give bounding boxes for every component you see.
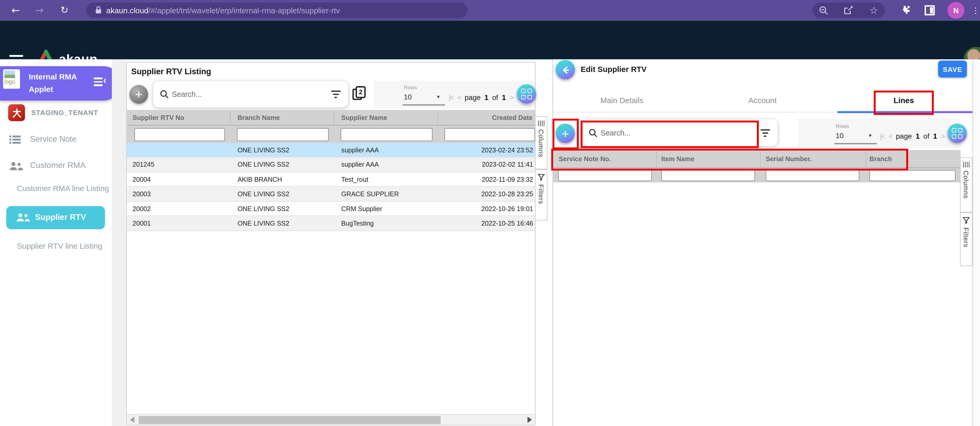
prev-page-button[interactable]: < xyxy=(457,94,461,101)
rows-caret-icon[interactable]: ▾ xyxy=(437,94,440,100)
page-number: 1 xyxy=(916,132,920,140)
applet-title: Internal RMA Applet xyxy=(29,71,96,95)
column-header[interactable]: Item Name xyxy=(661,151,695,166)
filter-sort-icon[interactable] xyxy=(331,91,341,98)
tab-main-details[interactable]: Main Details xyxy=(587,92,656,109)
applet-logo-text: logo xyxy=(5,79,15,85)
lines-search-input[interactable] xyxy=(600,127,743,139)
zoom-out-icon[interactable] xyxy=(819,6,829,16)
sidebar-item-customer-rma-line[interactable]: Customer RMA line Listing xyxy=(17,184,112,193)
page-total: 1 xyxy=(933,132,937,140)
filter-input-branch[interactable] xyxy=(237,128,329,141)
sidebar-collapse-icon[interactable]: ‹ xyxy=(94,77,110,89)
save-button[interactable]: SAVE xyxy=(938,60,967,77)
sidebar-item-customer-rma[interactable]: Customer RMA xyxy=(0,156,112,175)
columns-side-tab[interactable]: Columns xyxy=(960,157,972,212)
of-word: of xyxy=(923,132,929,140)
table-row[interactable]: 201245 ONE LIVING SS2 supplier AAA 2023-… xyxy=(127,157,535,172)
duplicate-view-icon[interactable]: 2 xyxy=(352,86,366,102)
share-icon[interactable] xyxy=(843,5,854,16)
filters-side-tab[interactable]: Filters xyxy=(535,169,547,220)
sidebar-item-tenant[interactable]: STAGING_TENANT xyxy=(0,103,112,124)
listing-title: Supplier RTV Listing xyxy=(131,67,211,76)
rows-label: Rows xyxy=(835,123,849,129)
filter-sort-icon[interactable] xyxy=(760,129,770,137)
tab-account[interactable]: Account xyxy=(734,92,791,109)
table-row[interactable]: 20001 ONE LIVING SS2 BugTesting 2022-10-… xyxy=(127,216,535,231)
listing-search-input[interactable] xyxy=(171,88,314,100)
next-page-button[interactable]: > xyxy=(510,94,513,101)
filters-tab-label: Filters xyxy=(538,184,545,204)
applet-header-pill[interactable]: logo Internal RMA Applet ‹ xyxy=(0,66,121,100)
rows-select-underline xyxy=(402,104,445,105)
screen: ← → ↻ akaun.cloud/#/applet/tnt/wavelet/e… xyxy=(0,0,980,426)
add-rtv-button[interactable]: + xyxy=(129,85,148,103)
url-bar[interactable]: akaun.cloud/#/applet/tnt/wavelet/erp/int… xyxy=(86,3,468,18)
prev-page-button[interactable]: < xyxy=(889,132,892,140)
horizontal-scrollbar[interactable] xyxy=(127,414,535,425)
side-panel-icon[interactable] xyxy=(924,5,935,16)
listing-table-header: Supplier RTV No Branch Name Supplier Nam… xyxy=(127,110,535,125)
columns-tab-label: Columns xyxy=(963,170,970,199)
grid-view-button[interactable] xyxy=(517,84,536,104)
lines-search-card xyxy=(582,119,777,146)
filter-input-created[interactable] xyxy=(444,128,535,141)
listing-search-card xyxy=(153,81,348,108)
sidebar-item-supplier-rtv-line[interactable]: Supplier RTV line Listing xyxy=(17,242,102,251)
table-row[interactable]: ONE LIVING SS2 supplier AAA 2023-02-24 2… xyxy=(127,143,535,157)
back-arrow-icon xyxy=(560,65,570,75)
back-button[interactable] xyxy=(555,60,575,79)
table-row[interactable]: 20004 AKIB BRANCH Test_rout 2022-11-09 2… xyxy=(127,172,535,187)
filter-input-supplier[interactable] xyxy=(340,128,433,141)
scroll-right-icon[interactable] xyxy=(528,416,532,423)
column-header[interactable]: Service Note No. xyxy=(559,151,611,166)
grid-view-button[interactable] xyxy=(948,124,967,143)
filter-input-rtv-no[interactable] xyxy=(134,128,225,141)
profile-badge[interactable]: N xyxy=(948,2,964,19)
vertical-scrollbar[interactable] xyxy=(972,59,980,426)
sidebar: logo Internal RMA Applet ‹ STAGING_TENAN… xyxy=(0,59,112,426)
column-header[interactable]: Created Date xyxy=(492,110,533,125)
rows-per-page-select[interactable]: 10 xyxy=(404,93,412,101)
detail-panel xyxy=(552,59,972,426)
table-row[interactable]: 20003 ONE LIVING SS2 GRACE SUPPLIER 2022… xyxy=(127,187,535,202)
list-icon xyxy=(10,135,21,143)
sidebar-item-service-note[interactable]: Service Note xyxy=(0,129,112,148)
people-icon xyxy=(8,162,23,170)
tab-lines[interactable]: Lines xyxy=(881,92,926,109)
column-header[interactable]: Branch xyxy=(869,151,892,166)
browser-reload-icon[interactable]: ↻ xyxy=(57,3,71,17)
filter-input-item-name[interactable] xyxy=(661,170,755,181)
columns-icon xyxy=(538,121,544,126)
browser-toolbar: ← → ↻ akaun.cloud/#/applet/tnt/wavelet/e… xyxy=(0,0,980,21)
sidebar-item-supplier-rtv[interactable]: Supplier RTV xyxy=(6,206,105,229)
page-word: page xyxy=(896,132,912,140)
column-header[interactable]: Branch Name xyxy=(237,110,280,125)
search-icon xyxy=(160,90,169,99)
column-header[interactable]: Supplier RTV No xyxy=(132,110,184,125)
browser-back-icon[interactable]: ← xyxy=(9,3,22,17)
column-header[interactable]: Supplier Name xyxy=(341,110,387,125)
next-page-button[interactable]: > xyxy=(941,132,944,140)
filter-input-serial-number[interactable] xyxy=(766,170,859,181)
bookmark-star-icon[interactable]: ☆ xyxy=(867,3,880,17)
rows-caret-icon[interactable]: ▾ xyxy=(869,132,872,138)
scrollbar-thumb[interactable] xyxy=(139,416,441,424)
first-page-button[interactable]: |< xyxy=(880,132,885,140)
filter-input-branch[interactable] xyxy=(869,170,956,181)
add-line-button[interactable]: + xyxy=(555,124,575,143)
table-row[interactable]: 20002 ONE LIVING SS2 CRM Supplier 2022-1… xyxy=(127,202,535,216)
people-icon xyxy=(15,213,30,222)
plus-icon: + xyxy=(562,127,569,140)
filters-side-tab[interactable]: Filters xyxy=(960,212,972,266)
rows-per-page-select[interactable]: 10 xyxy=(835,132,844,140)
first-page-button[interactable]: |< xyxy=(449,94,454,101)
filter-input-service-note[interactable] xyxy=(558,170,652,181)
filters-tab-label: Filters xyxy=(963,227,970,247)
columns-side-tab[interactable]: Columns xyxy=(535,116,547,170)
column-header[interactable]: Serial Number. xyxy=(766,151,812,166)
extensions-puzzle-icon[interactable] xyxy=(900,5,911,16)
scroll-left-icon[interactable] xyxy=(130,416,135,423)
browser-menu-icon[interactable]: ⋮ xyxy=(971,3,980,17)
browser-forward-icon[interactable]: → xyxy=(32,3,46,17)
